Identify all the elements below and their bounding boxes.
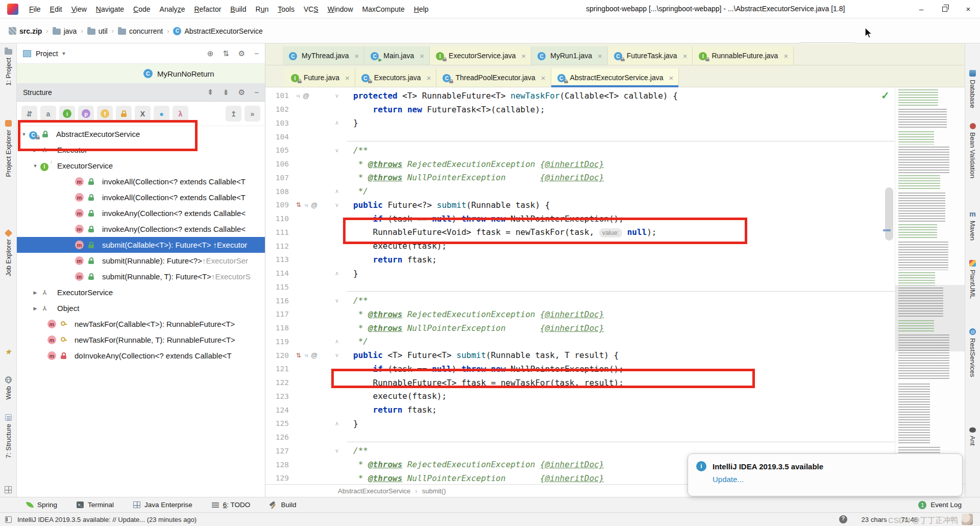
menu-vcs[interactable]: VCS (299, 5, 323, 13)
code-line-102[interactable]: 102 return new FutureTask<T>(callable); (265, 103, 895, 116)
stripe-item-web[interactable]: Web (0, 376, 16, 400)
menu-analyze[interactable]: Analyze (155, 5, 190, 13)
code-line-125[interactable]: 125∧} (265, 417, 895, 431)
stripe-item-maven[interactable]: Maven (965, 210, 980, 241)
stripe-item-bean-validation[interactable]: Bean Validation (965, 123, 980, 178)
stripe-item-database[interactable]: Database (965, 70, 980, 108)
toolwindow-button-6-todo[interactable]: 6: TODO (212, 501, 251, 509)
event-log-button[interactable]: 1 Event Log (918, 501, 962, 509)
show-properties-icon[interactable]: p (78, 106, 94, 122)
stripe-item-project[interactable]: 1: Project (0, 47, 16, 86)
code-line-113[interactable]: 113 return ftask; (265, 253, 895, 267)
gear-icon[interactable]: ⚙ (238, 49, 245, 58)
tab-ThreadPoolExecutor.java[interactable]: CThreadPoolExecutor.java× (436, 68, 551, 87)
code-line-124[interactable]: 124 return ftask; (265, 403, 895, 417)
show-non-public-icon[interactable] (116, 106, 132, 122)
group-methods-icon[interactable]: ● (154, 106, 169, 122)
background-tasks-icon[interactable] (839, 515, 847, 523)
tab-Future.java[interactable]: IFuture.java× (285, 68, 355, 87)
close-icon[interactable]: × (420, 52, 424, 60)
code-line-112[interactable]: 112 execute(ftask); (265, 239, 895, 253)
show-lambdas-icon[interactable]: λ (173, 106, 188, 122)
close-icon[interactable]: × (427, 74, 431, 82)
menu-help[interactable]: Help (409, 5, 433, 13)
structure-item-submit[interactable]: msubmit(Runnable): Future<?> ↑ExecutorSe… (17, 253, 265, 269)
stripe-item-structure[interactable]: 7: Structure (0, 414, 16, 458)
fold-marker[interactable]: ∧ (330, 420, 344, 427)
close-icon[interactable]: × (355, 52, 359, 60)
override-marker-icon[interactable]: ○↓ (296, 93, 300, 99)
fold-marker[interactable]: ∨ (330, 147, 344, 154)
sort-alphabetically-icon[interactable]: a (40, 106, 56, 122)
collapse-all-icon[interactable]: ⇟ (223, 88, 229, 97)
close-icon[interactable]: × (598, 52, 602, 60)
breadcrumb-class[interactable]: AbstractExecutorService (338, 487, 410, 495)
structure-item-newTaskFor[interactable]: mnewTaskFor(Callable<T>): RunnableFuture… (17, 316, 265, 332)
structure-item-Executor[interactable]: ▶YExecutor (17, 142, 265, 158)
tab-MyThread.java[interactable]: CMyThread.java× (283, 46, 364, 65)
breadcrumb-item-src.zip[interactable]: src.zip (7, 26, 43, 36)
code-line-115[interactable]: 115 (265, 280, 895, 294)
breadcrumb-item-java[interactable]: java (51, 26, 79, 36)
show-anonymous-icon[interactable]: X (135, 106, 151, 122)
code-line-118[interactable]: 118 * @throws NullPointerException {@inh… (265, 321, 895, 335)
code-line-103[interactable]: 103∧} (265, 116, 895, 130)
toolwindow-toggle-icon[interactable] (5, 516, 12, 523)
code-line-116[interactable]: 116∨/** (265, 294, 895, 307)
tab-Main.java[interactable]: C▶Main.java× (364, 46, 430, 65)
code-line-108[interactable]: 108∧ */ (265, 184, 895, 198)
toolwindow-button-build[interactable]: Build (270, 501, 296, 509)
menu-window[interactable]: Window (323, 5, 358, 13)
autoscroll-icon[interactable]: ↥ (226, 106, 241, 122)
stripe-item-restservices[interactable]: RestServices (965, 328, 980, 377)
stripe-item-plantuml[interactable]: PlantUML (965, 260, 980, 299)
menu-refactor[interactable]: Refactor (189, 5, 226, 13)
code-line-114[interactable]: 114∧} (265, 267, 895, 280)
collapse-all-icon[interactable]: ⇅ (223, 49, 229, 58)
code-line-104[interactable]: 104 (265, 130, 895, 144)
code-area[interactable]: 101○↓@∨protected <T> RunnableFuture<T> n… (265, 87, 895, 484)
annotation-gutter-icon[interactable]: @ (311, 201, 317, 209)
code-line-117[interactable]: 117 * @throws RejectedExecutionException… (265, 307, 895, 321)
code-line-101[interactable]: 101○↓@∨protected <T> RunnableFuture<T> n… (265, 89, 895, 103)
tab-MyRun1.java[interactable]: CMyRun1.java× (531, 46, 607, 65)
more-options-icon[interactable]: » (244, 106, 260, 122)
close-icon[interactable]: × (669, 74, 673, 82)
structure-item-submit[interactable]: msubmit(Runnable, T): Future<T> ↑Executo… (17, 269, 265, 284)
structure-item-ExecutorService[interactable]: ▶YExecutorService (17, 284, 265, 300)
structure-item-invokeAny[interactable]: minvokeAny(Collection<? extends Callable… (17, 205, 265, 221)
close-icon[interactable]: × (541, 74, 546, 82)
menu-run[interactable]: Run (251, 5, 274, 13)
tab-AbstractExecutorService.java[interactable]: CAbstractExecutorService.java× (551, 68, 679, 87)
structure-item-invokeAll[interactable]: minvokeAll(Collection<? extends Callable… (17, 174, 265, 189)
tab-RunnableFuture.java[interactable]: IRunnableFuture.java× (693, 46, 794, 65)
breadcrumb-item-concurrent[interactable]: concurrent (116, 26, 164, 36)
stripe-item-job-explorer[interactable]: Job Explorer (0, 230, 16, 276)
menu-build[interactable]: Build (226, 5, 251, 13)
tab-ExecutorService.java[interactable]: IExecutorService.java× (430, 46, 531, 65)
fold-marker[interactable]: ∨ (330, 92, 344, 99)
structure-item-Object[interactable]: ▶YObject (17, 300, 265, 316)
close-icon[interactable]: × (345, 74, 350, 82)
fold-marker[interactable]: ∨ (330, 297, 344, 304)
structure-item-newTaskFor[interactable]: mnewTaskFor(Runnable, T): RunnableFuture… (17, 332, 265, 348)
code-line-126[interactable]: 126 (265, 431, 895, 444)
code-line-119[interactable]: 119∧ */ (265, 335, 895, 349)
breadcrumb-method[interactable]: submit() (422, 487, 446, 495)
gear-icon[interactable]: ⚙ (238, 88, 245, 97)
fold-marker[interactable]: ∨ (330, 202, 344, 208)
status-message[interactable]: IntelliJ IDEA 2019.3.5 available: // Upd… (17, 516, 197, 523)
annotation-gutter-icon[interactable]: @ (311, 351, 317, 359)
menu-tools[interactable]: Tools (273, 5, 299, 13)
menu-edit[interactable]: Edit (45, 5, 67, 13)
implements-marker-icon[interactable]: ⇅ (296, 352, 301, 359)
code-line-111[interactable]: 111 RunnableFuture<Void> ftask = newTask… (265, 226, 895, 240)
code-line-110[interactable]: 110 if (task == null) throw new NullPoin… (265, 212, 895, 226)
fold-marker[interactable]: ∧ (330, 188, 344, 195)
close-icon[interactable]: × (683, 52, 688, 60)
editor-scrollbar[interactable] (885, 187, 893, 241)
stripe-item-project-explorer[interactable]: Project Explorer (0, 120, 16, 177)
stripe-item-ant[interactable]: Ant (965, 427, 980, 446)
implements-marker-icon[interactable]: ⇅ (296, 201, 301, 208)
stripe-item-favorites[interactable] (0, 348, 16, 355)
